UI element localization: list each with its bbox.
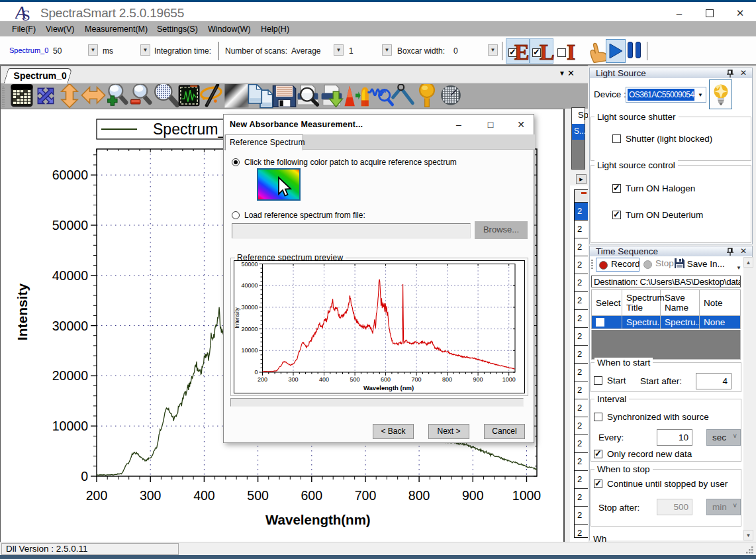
svg-text:0: 0 [81,469,88,483]
svg-text:L: L [540,40,555,64]
svg-text:Intensity: Intensity [234,307,240,328]
svg-text:10000: 10000 [52,419,88,433]
svg-text:60000: 60000 [52,168,88,182]
svg-text:50000: 50000 [52,218,88,232]
svg-text:S: S [22,7,30,23]
svg-text:10000: 10000 [241,347,258,354]
svg-text:700: 700 [355,488,377,503]
svg-text:700: 700 [412,376,422,383]
svg-text:E: E [514,40,530,64]
svg-text:600: 600 [301,488,323,503]
svg-text:1000: 1000 [502,376,516,383]
svg-text:40000: 40000 [241,282,258,289]
svg-text:30000: 30000 [241,304,258,311]
svg-text:Wavelength(nm): Wavelength(nm) [265,512,371,527]
svg-text:300: 300 [140,488,162,503]
svg-text:Wavelength (nm): Wavelength (nm) [363,384,414,391]
svg-text:20000: 20000 [241,326,258,332]
svg-text:900: 900 [473,376,483,383]
svg-text:1000: 1000 [512,488,542,503]
svg-text:20000: 20000 [52,368,88,383]
svg-text:500: 500 [350,376,360,383]
svg-text:500: 500 [247,488,269,503]
svg-text:300: 300 [288,376,298,383]
svg-text:Intensity: Intensity [15,283,30,341]
svg-text:0: 0 [254,369,258,376]
svg-text:200: 200 [86,488,108,503]
svg-text:200: 200 [258,376,267,383]
svg-text:400: 400 [319,376,329,383]
svg-text:400: 400 [193,488,215,503]
svg-text:40000: 40000 [52,268,88,283]
svg-text:600: 600 [381,376,391,383]
svg-text:50000: 50000 [241,261,258,268]
svg-text:I: I [567,40,575,64]
svg-text:30000: 30000 [52,319,88,333]
svg-text:900: 900 [462,488,484,503]
svg-text:800: 800 [408,488,430,503]
svg-text:800: 800 [442,376,452,383]
